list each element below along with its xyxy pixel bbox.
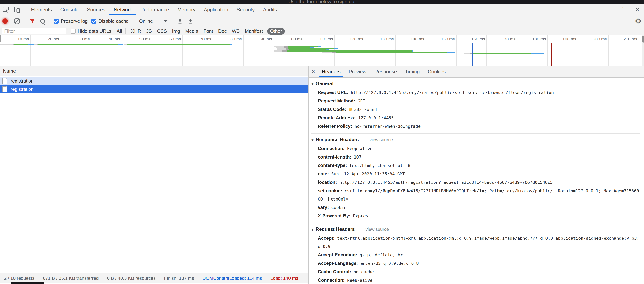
details-tab[interactable]: Cookies [424,66,450,77]
request-rows: registration registration [0,77,308,93]
filter-type[interactable]: Other [267,28,285,35]
filter-input[interactable] [2,28,66,34]
close-details-icon[interactable]: × [308,69,318,75]
clear-icon[interactable] [14,18,20,24]
waterfall-bar-segment [14,44,28,46]
network-overview-band[interactable]: 10 ms20 ms30 ms40 ms50 ms60 ms70 ms80 ms… [0,35,644,66]
document-icon [2,78,7,84]
main-tab[interactable]: Sources [83,4,110,15]
header-line: Connection:keep-alive [318,144,640,153]
inspect-element-icon[interactable] [2,5,10,14]
timeline-marker [552,43,552,66]
filter-type[interactable]: Font [203,29,213,34]
throttling-select[interactable]: Online [139,19,167,24]
requests-table: Name registration registration [0,66,308,284]
import-har-icon[interactable] [177,18,183,24]
details-tab[interactable]: Preview [344,66,370,77]
record-button[interactable] [2,19,8,24]
main-tab[interactable]: Memory [173,4,200,15]
waterfall-bar-segment [288,48,334,49]
document-icon [2,86,7,92]
network-toolbar: Preserve log Disable cache Online [0,15,644,27]
waterfall-bar-segment [230,44,232,46]
status-item: 2 / 10 requests [0,273,38,283]
status-item: DOMContentLoaded: 114 ms [198,273,266,283]
disable-cache-label: Disable cache [98,19,128,24]
request-headers-section: ▼ Request Headers view source Accept:tex… [311,223,640,284]
timeline-label: 110 ms [304,37,333,42]
main-tab[interactable]: Performance [136,4,173,15]
filter-type-all[interactable]: All [116,29,122,34]
waterfall-bar-segment [318,46,322,47]
main-tab[interactable]: Network [110,4,136,15]
filter-type[interactable]: Media [185,29,198,34]
general-section-header[interactable]: ▼ General [311,79,640,88]
view-source-link[interactable]: view source [366,225,389,233]
filter-type[interactable]: CSS [157,29,167,34]
filter-type[interactable]: XHR [131,29,141,34]
name-column-header[interactable]: Name [0,66,308,76]
details-tab[interactable]: Headers [318,66,344,77]
header-line: X-Powered-By:Express [318,212,640,220]
header-line: date:Sun, 12 Apr 2020 11:35:34 GMT [318,170,640,178]
timeline-label: 150 ms [426,37,455,42]
main-tab[interactable]: Audits [259,4,281,15]
filter-type[interactable]: Manifest [245,29,263,34]
details-tab[interactable]: Response [370,66,401,77]
disclosure-triangle-icon: ▼ [311,80,314,88]
header-line: Connection:keep-alive [318,276,640,284]
throttling-value: Online [139,19,153,24]
header-line: Referrer Policy:no-referrer-when-downgra… [318,122,640,130]
timeline-label: 20 ms [30,37,59,42]
main-tab[interactable]: Security [232,4,259,15]
request-details-panel: × Headers Preview Response [308,66,644,284]
divider [630,18,630,25]
preserve-log-checkbox[interactable] [54,19,59,24]
page-behind-button [11,282,44,284]
overview-scrollbar-thumb[interactable] [642,36,644,43]
main-tab[interactable]: Elements [27,4,56,15]
general-section: ▼ General Request URL:http://127.0.0.1:4… [311,79,640,134]
timeline-label: 130 ms [365,37,394,42]
divider [25,18,26,25]
response-headers-header[interactable]: ▼ Response Headers view source [311,135,640,144]
waterfall-bar-segment [286,51,412,52]
divider [133,18,133,25]
hide-data-urls-checkbox[interactable] [70,29,76,34]
view-source-link[interactable]: view source [370,136,393,144]
device-toolbar-icon[interactable] [13,5,21,14]
chevron-down-icon [164,20,168,22]
header-line: Cache-Control:no-cache [318,267,640,276]
timeline-label: 160 ms [456,37,485,42]
main-tab[interactable]: Console [56,4,82,15]
main-tab[interactable]: Application [200,4,232,15]
filter-type[interactable]: WS [232,29,240,34]
settings-gear-icon[interactable]: ⚙ [635,17,641,26]
filter-type[interactable]: JS [146,29,152,34]
disable-cache-checkbox[interactable] [92,19,96,24]
devtools-menu-icon[interactable]: ⋮ [615,6,631,13]
waterfall-bar-segment [334,48,338,49]
divider [50,18,50,25]
header-line: Accept:text/html,application/xhtml+xml,a… [318,234,640,251]
devtools-close-icon[interactable]: ✕ [631,6,644,13]
search-icon[interactable] [40,19,45,24]
export-har-icon[interactable] [188,18,193,24]
header-line: content-length:107 [318,153,640,161]
table-row[interactable]: registration [0,85,308,93]
waterfall-bar-segment [38,44,118,46]
timeline-label: 120 ms [335,37,364,42]
filter-icon[interactable] [29,18,35,24]
details-tab[interactable]: Timing [401,66,424,77]
preserve-log-label: Preserve log [61,19,88,24]
waterfall-bar-segment [412,51,413,52]
filter-type[interactable]: Img [172,29,180,34]
header-line: Request URL:http://127.0.0.1:4455/.ory/k… [318,88,640,97]
timeline-marker [472,43,473,66]
table-row[interactable]: registration [0,77,308,85]
request-headers-header[interactable]: ▼ Request Headers view source [311,225,640,234]
timeline-label: 170 ms [487,37,516,42]
timeline-label: 200 ms [578,37,607,42]
filter-type[interactable]: Doc [218,29,226,34]
timeline-gridline [639,35,639,66]
